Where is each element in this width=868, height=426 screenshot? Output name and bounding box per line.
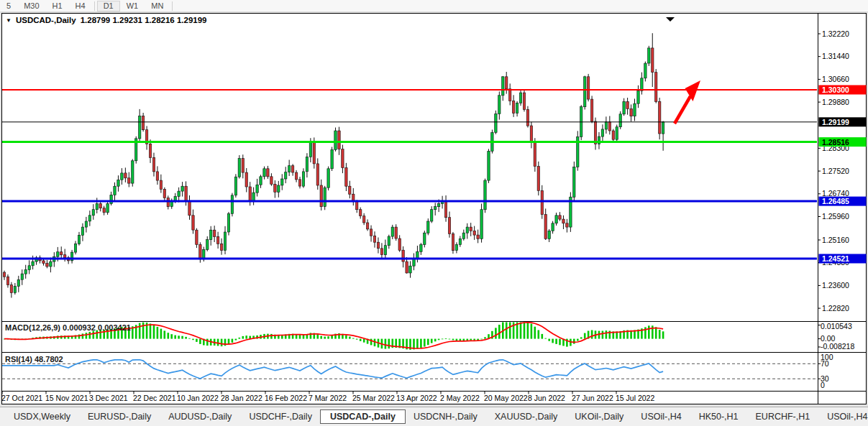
price-tick-label: 1.25960 (822, 212, 849, 221)
date-label: 27 Oct 2021 (1, 394, 42, 402)
chart-title-symbol: USDCAD-,Daily (16, 16, 76, 24)
price-tick-label: 1.27520 (822, 167, 849, 175)
tab-xauusd-daily[interactable]: XAUUSD-,Daily (487, 409, 566, 424)
tab-hk50-h1[interactable]: HK50-,H1 (691, 409, 746, 424)
chart-window: 1.322201.314401.306601.298801.283001.275… (0, 12, 868, 404)
tab-usdx-weekly[interactable]: USDX,Weekly (6, 409, 78, 424)
date-label: 28 Jan 2022 (221, 394, 262, 402)
timeframe-button-m30[interactable]: M30 (17, 1, 45, 11)
macd-indicator-values: 0.000932 0.003421 (63, 323, 131, 332)
tab-audusd-daily[interactable]: AUDUSD-,Daily (160, 409, 239, 424)
date-label: 10 Jan 2022 (177, 394, 219, 402)
price-line-badge-label: 1.29199 (822, 118, 849, 126)
toolbar-divider (94, 1, 95, 11)
rsi-scale-label: 0 (821, 381, 825, 389)
chart-title-ohlc: 1.28799 1.29231 1.28216 1.29199 (81, 16, 207, 24)
price-tick-label: 1.31440 (822, 52, 849, 60)
price-tick-label: 1.22820 (822, 304, 849, 312)
tab-usoil-h4-2[interactable]: USOil-,H4 (819, 409, 868, 424)
timeframe-button-m5[interactable]: 5 (0, 1, 17, 11)
tab-ukoil-daily[interactable]: UKOil-,Daily (567, 409, 631, 424)
date-label: 15 Jul 2022 (616, 394, 654, 402)
timeframe-button-w1[interactable]: W1 (120, 1, 145, 11)
price-tick-label: 1.32220 (822, 29, 849, 38)
toolbar-divider (172, 1, 173, 11)
date-label: 2 May 2022 (440, 394, 480, 402)
date-label: 3 Dec 2021 (89, 394, 128, 402)
chart-title: ▼ USDCAD-,Daily 1.28799 1.29231 1.28216 … (6, 16, 207, 24)
collapse-caret-icon[interactable]: ▼ (6, 17, 12, 24)
price-line-badge-label: 1.28516 (822, 138, 849, 147)
symbol-tab-bar: USDX,Weekly EURUSD-,Daily AUDUSD-,Daily … (0, 407, 868, 426)
price-line-badge-label: 1.30300 (822, 85, 849, 94)
date-label: 25 Mar 2022 (352, 394, 395, 402)
price-tick-label: 1.25160 (822, 236, 849, 244)
timeframe-button-h4[interactable]: H4 (69, 1, 92, 11)
date-label: 15 Nov 2021 (45, 394, 88, 402)
macd-panel-label: MACD(12,26,9) 0.000932 0.003421 (5, 323, 131, 332)
timeframe-button-mn[interactable]: MN (145, 1, 170, 11)
macd-scale-label: 0.010543 (821, 322, 852, 330)
date-label: 8 Jun 2022 (528, 394, 565, 402)
tab-usdcnh-daily[interactable]: USDCNH-,Daily (406, 409, 485, 424)
rsi-scale-label: 70 (821, 359, 829, 368)
date-label: 27 Jun 2022 (572, 394, 613, 402)
tab-usoil-h4[interactable]: USOil-,H4 (633, 409, 689, 424)
price-line-badge-label: 1.26485 (822, 197, 849, 205)
tab-usdchf-daily[interactable]: USDCHF-,Daily (241, 409, 320, 424)
rsi-panel-label: RSI(14) 48.7802 (5, 355, 63, 364)
timeframe-toolbar: 5 M30 H1 H4 D1 W1 MN (0, 0, 868, 12)
date-label: 22 Dec 2021 (133, 394, 176, 402)
price-tick-label: 1.29880 (822, 98, 849, 106)
timeframe-button-d1[interactable]: D1 (97, 1, 120, 11)
date-label: 20 May 2022 (484, 394, 528, 402)
rsi-indicator-name: RSI(14) (5, 355, 32, 364)
date-label: 13 Apr 2022 (396, 394, 437, 402)
date-label: 16 Feb 2022 (265, 394, 307, 402)
price-tick-label: 1.30660 (822, 75, 849, 83)
chart-canvas[interactable]: 1.322201.314401.306601.298801.283001.275… (0, 12, 868, 404)
price-tick-label: 1.23600 (822, 281, 849, 290)
macd-indicator-name: MACD(12,26,9) (5, 323, 60, 332)
macd-scale-label: -0.008218 (821, 342, 854, 351)
tab-eurusd-daily[interactable]: EURUSD-,Daily (80, 409, 159, 424)
price-line-badge-label: 1.24521 (822, 254, 849, 263)
date-label: 7 Mar 2022 (309, 394, 347, 402)
tab-usdcad-daily[interactable]: USDCAD-,Daily (320, 409, 406, 424)
tab-eurchf-h1[interactable]: EURCHF-,H1 (748, 409, 818, 424)
timeframe-button-h1[interactable]: H1 (46, 1, 69, 11)
rsi-indicator-value: 48.7802 (35, 355, 63, 364)
